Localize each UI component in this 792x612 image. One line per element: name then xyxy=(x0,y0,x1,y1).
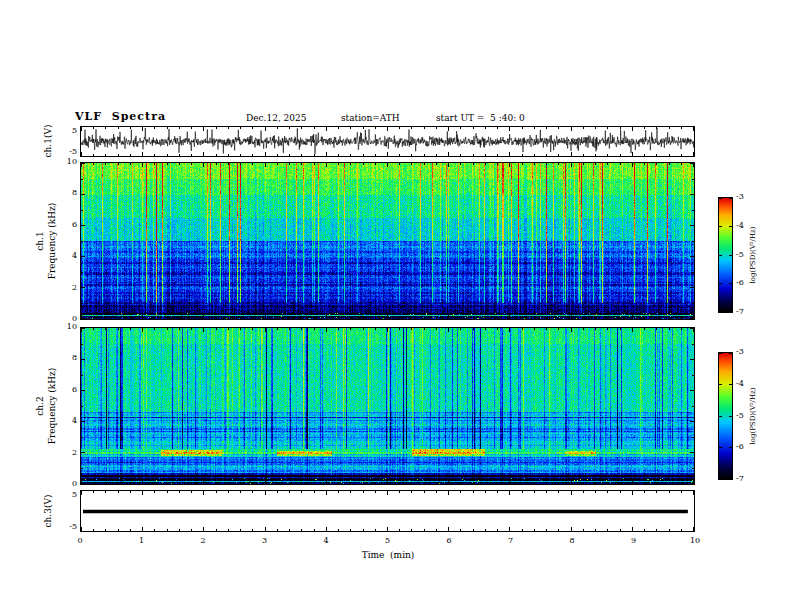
ch3-waveform-canvas xyxy=(81,491,694,531)
spec2-ytick-6: 6 xyxy=(53,386,77,394)
spec1-ytick-4: 4 xyxy=(53,252,77,260)
ch1-ytick-neg: -5 xyxy=(53,148,77,156)
spec2-ytick-10: 10 xyxy=(53,323,77,331)
panel-ch1-waveform xyxy=(80,126,695,157)
spec2-ytick-2: 2 xyxy=(53,449,77,457)
cb1-tick--7: -7 xyxy=(736,308,744,316)
y-axis-label-spec2-channel: ch.2 xyxy=(36,396,45,415)
vlf-spectra-figure: VLF Spectra Dec.12, 2025 station=ATH sta… xyxy=(0,0,792,612)
header-date: Dec.12, 2025 xyxy=(246,114,307,123)
colorbar-1-canvas xyxy=(719,198,732,312)
colorbar-2-canvas xyxy=(719,353,732,479)
y-axis-label-spec1-channel: ch.1 xyxy=(36,231,45,250)
ch1-ytick-pos: 5 xyxy=(53,127,77,135)
x-tick-label-2: 2 xyxy=(200,537,205,545)
cb1-tick--6: -6 xyxy=(736,279,744,287)
figure-title: VLF Spectra xyxy=(75,111,166,122)
cb1-tick--4: -4 xyxy=(736,222,744,230)
x-tick-label-4: 4 xyxy=(323,537,328,545)
ch1-waveform-canvas xyxy=(81,127,694,156)
spec1-ytick-8: 8 xyxy=(53,189,77,197)
header-station: station=ATH xyxy=(341,114,400,123)
y-axis-label-ch1-wave: ch.1(V) xyxy=(44,125,53,158)
x-axis-label: Time (min) xyxy=(362,551,415,560)
cb1-tick--3: -3 xyxy=(736,193,744,201)
panel-ch2-spectrogram xyxy=(80,327,695,485)
spec2-ytick-4: 4 xyxy=(53,417,77,425)
x-tick-label-10: 10 xyxy=(690,537,700,545)
x-tick-label-6: 6 xyxy=(446,537,451,545)
panel-ch3-waveform xyxy=(80,490,695,532)
cb2-tick--5: -5 xyxy=(736,412,744,420)
ch1-spectrogram-canvas xyxy=(81,163,694,319)
spec1-ytick-2: 2 xyxy=(53,284,77,292)
x-tick-label-5: 5 xyxy=(385,537,390,545)
spec1-ytick-6: 6 xyxy=(53,221,77,229)
x-tick-label-7: 7 xyxy=(508,537,513,545)
colorbar-2 xyxy=(718,352,733,480)
colorbar-2-label: log(PSD)(V²/Hz) xyxy=(750,388,757,445)
cb2-tick--4: -4 xyxy=(736,380,744,388)
x-tick-label-0: 0 xyxy=(77,537,82,545)
x-tick-label-1: 1 xyxy=(139,537,144,545)
cb1-tick--5: -5 xyxy=(736,251,744,259)
x-tick-label-9: 9 xyxy=(631,537,636,545)
spec2-ytick-8: 8 xyxy=(53,354,77,362)
spec2-ytick-0: 0 xyxy=(53,480,77,488)
ch3-ytick-neg: -5 xyxy=(53,523,77,531)
y-axis-label-spec1-frequency: Frequency (kHz) xyxy=(48,203,57,280)
cb2-tick--6: -6 xyxy=(736,443,744,451)
x-tick-label-8: 8 xyxy=(569,537,574,545)
panel-ch1-spectrogram xyxy=(80,162,695,320)
x-tick-label-3: 3 xyxy=(262,537,267,545)
header-start-ut: start UT = 5 :40: 0 xyxy=(436,114,525,123)
spec1-ytick-10: 10 xyxy=(53,158,77,166)
cb2-tick--7: -7 xyxy=(736,475,744,483)
ch2-spectrogram-canvas xyxy=(81,328,694,484)
y-axis-label-ch3-wave: ch.3(V) xyxy=(44,495,53,528)
y-axis-label-spec2-frequency: Frequency (kHz) xyxy=(48,368,57,445)
colorbar-1-label: log(PSD)(V²/Hz) xyxy=(750,227,757,284)
cb2-tick--3: -3 xyxy=(736,348,744,356)
ch3-ytick-pos: 5 xyxy=(53,491,77,499)
colorbar-1 xyxy=(718,197,733,313)
